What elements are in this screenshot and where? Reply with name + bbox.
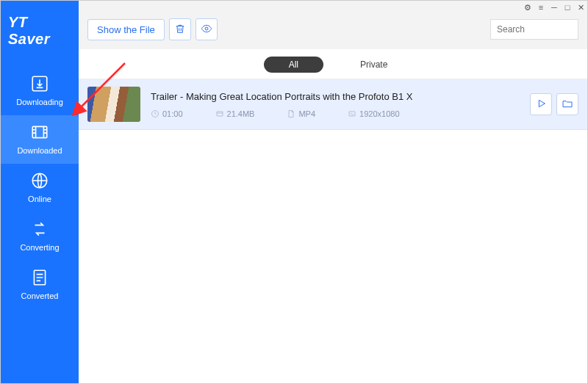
sidebar-item-label: Downloaded bbox=[17, 146, 62, 155]
app-logo: YT Saver bbox=[1, 1, 79, 67]
storage-icon bbox=[215, 109, 224, 118]
search-input[interactable] bbox=[490, 19, 578, 40]
delete-button[interactable] bbox=[169, 18, 191, 40]
open-folder-button[interactable] bbox=[556, 93, 578, 115]
item-actions bbox=[530, 93, 578, 115]
play-icon bbox=[535, 98, 547, 112]
tab-all[interactable]: All bbox=[264, 57, 323, 73]
item-size: 21.4MB bbox=[215, 109, 255, 118]
item-duration: 01:00 bbox=[151, 109, 183, 118]
item-resolution: 1920x1080 bbox=[348, 109, 399, 118]
menu-icon: ≡ bbox=[539, 3, 543, 12]
document-check-icon bbox=[30, 268, 49, 287]
svg-rect-1 bbox=[32, 126, 47, 137]
trash-icon bbox=[174, 23, 186, 37]
resolution-icon bbox=[348, 109, 356, 118]
maximize-button[interactable]: □ bbox=[561, 1, 574, 14]
svg-rect-6 bbox=[217, 112, 223, 116]
svg-point-4 bbox=[205, 27, 208, 30]
item-meta: 01:00 21.4MB MP4 1920x1080 bbox=[151, 109, 520, 118]
globe-icon bbox=[30, 171, 49, 190]
file-icon bbox=[287, 109, 295, 118]
show-file-button[interactable]: Show the File bbox=[87, 19, 165, 40]
sidebar-item-converting[interactable]: Converting bbox=[1, 212, 79, 261]
close-button[interactable]: ✕ bbox=[574, 1, 587, 14]
gear-icon: ⚙ bbox=[524, 3, 531, 12]
folder-icon bbox=[562, 98, 573, 112]
clock-icon bbox=[151, 109, 159, 118]
sidebar-nav: Downloading Downloaded Online Converting bbox=[1, 67, 79, 309]
minimize-icon: ─ bbox=[551, 3, 557, 12]
film-icon bbox=[30, 123, 49, 142]
sidebar: YT Saver Downloading Downloaded Online bbox=[1, 1, 79, 383]
list-item[interactable]: Trailer - Making Great Location Portrait… bbox=[79, 79, 587, 130]
item-format: MP4 bbox=[287, 109, 315, 118]
sidebar-item-online[interactable]: Online bbox=[1, 164, 79, 212]
item-title: Trailer - Making Great Location Portrait… bbox=[151, 91, 520, 102]
toolbar: Show the File bbox=[79, 14, 587, 49]
download-list: Trailer - Making Great Location Portrait… bbox=[79, 79, 587, 383]
menu-button[interactable]: ≡ bbox=[534, 1, 548, 14]
preview-button[interactable] bbox=[196, 18, 218, 40]
sidebar-item-label: Converting bbox=[20, 243, 59, 252]
svg-rect-7 bbox=[349, 112, 355, 116]
eye-icon bbox=[201, 23, 212, 37]
tab-private[interactable]: Private bbox=[345, 57, 402, 73]
sidebar-item-label: Downloading bbox=[16, 98, 63, 106]
app-window: YT Saver Downloading Downloaded Online bbox=[0, 0, 588, 384]
download-icon bbox=[30, 74, 49, 93]
filter-tabs: All Private bbox=[79, 49, 587, 79]
maximize-icon: □ bbox=[565, 3, 570, 12]
play-button[interactable] bbox=[530, 93, 552, 115]
item-info: Trailer - Making Great Location Portrait… bbox=[151, 91, 520, 118]
sidebar-item-downloading[interactable]: Downloading bbox=[1, 67, 79, 115]
sidebar-item-label: Converted bbox=[21, 291, 59, 300]
video-thumbnail bbox=[87, 87, 140, 122]
titlebar: ⚙ ≡ ─ □ ✕ bbox=[79, 1, 587, 14]
sidebar-item-label: Online bbox=[28, 195, 51, 203]
convert-icon bbox=[30, 220, 49, 239]
settings-button[interactable]: ⚙ bbox=[521, 1, 534, 14]
sidebar-item-converted[interactable]: Converted bbox=[1, 261, 79, 309]
sidebar-item-downloaded[interactable]: Downloaded bbox=[1, 115, 79, 164]
main-panel: ⚙ ≡ ─ □ ✕ Show the File All Private bbox=[79, 1, 587, 383]
minimize-button[interactable]: ─ bbox=[548, 1, 561, 14]
close-icon: ✕ bbox=[578, 3, 584, 12]
